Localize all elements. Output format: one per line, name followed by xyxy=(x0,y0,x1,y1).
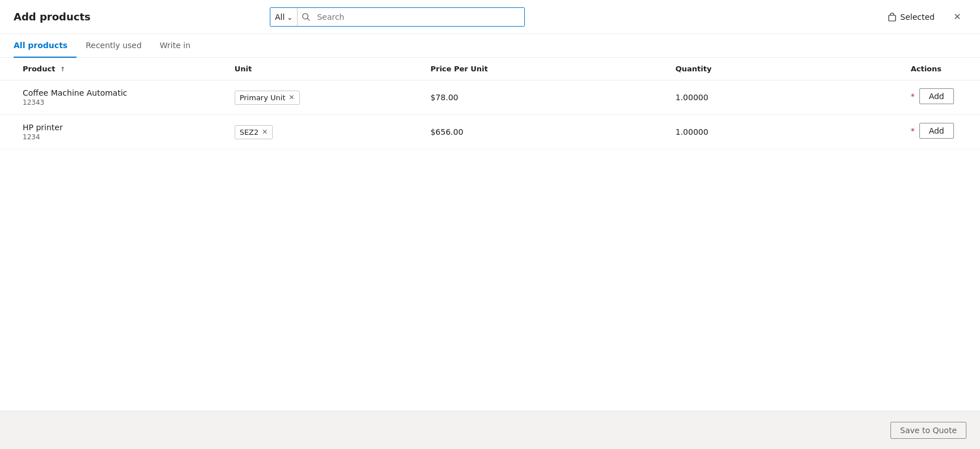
required-star-1: * xyxy=(911,92,915,101)
tabs-bar: All products Recently used Write in xyxy=(0,34,980,58)
col-header-price: Price Per Unit xyxy=(421,58,666,80)
required-star-2: * xyxy=(911,126,915,135)
search-input[interactable] xyxy=(315,8,524,26)
product-name-2: HP printer xyxy=(23,123,217,132)
header-actions: Selected ✕ xyxy=(883,8,966,26)
tab-all-products[interactable]: All products xyxy=(14,34,77,58)
bag-icon xyxy=(888,12,897,22)
search-icon xyxy=(298,13,315,21)
unit-tag-1[interactable]: Primary Unit ✕ xyxy=(235,91,300,105)
add-button-2[interactable]: Add xyxy=(919,123,954,139)
unit-tag-remove-2[interactable]: ✕ xyxy=(262,129,268,135)
col-header-quantity: Quantity xyxy=(667,58,902,80)
product-cell-1: Coffee Machine Automatic 12343 xyxy=(0,80,226,115)
add-button-1[interactable]: Add xyxy=(919,88,954,104)
filter-label: All xyxy=(275,12,285,22)
close-button[interactable]: ✕ xyxy=(948,8,966,26)
table-row: HP printer 1234 SEZ2 ✕ $656.00 1.00000 *… xyxy=(0,115,980,149)
sort-icon[interactable]: ↑ xyxy=(60,66,65,73)
col-header-actions: Actions xyxy=(902,58,980,80)
unit-tag-label-2: SEZ2 xyxy=(240,128,259,136)
unit-tag-label-1: Primary Unit xyxy=(240,93,286,102)
unit-cell-2: SEZ2 ✕ xyxy=(226,115,422,149)
actions-cell-2: * Add xyxy=(902,115,980,147)
actions-cell-1: * Add xyxy=(902,80,980,112)
product-id-1: 12343 xyxy=(23,99,217,106)
selected-label: Selected xyxy=(900,12,935,22)
dialog-footer: Save to Quote xyxy=(0,410,980,449)
svg-line-1 xyxy=(308,18,310,20)
product-name-1: Coffee Machine Automatic xyxy=(23,88,217,97)
save-to-quote-button[interactable]: Save to Quote xyxy=(890,422,966,439)
tab-recently-used[interactable]: Recently used xyxy=(77,34,151,58)
selected-button[interactable]: Selected xyxy=(883,9,939,25)
main-content: Product ↑ Unit Price Per Unit Quantity A… xyxy=(0,58,980,410)
qty-cell-2: 1.00000 xyxy=(667,115,902,149)
col-header-product: Product ↑ xyxy=(0,58,226,80)
table-row: Coffee Machine Automatic 12343 Primary U… xyxy=(0,80,980,115)
tab-write-in[interactable]: Write in xyxy=(151,34,200,58)
search-filter-dropdown[interactable]: All xyxy=(270,8,298,26)
svg-rect-2 xyxy=(889,15,896,21)
price-cell-2: $656.00 xyxy=(421,115,666,149)
dialog-title: Add products xyxy=(14,11,91,23)
product-id-2: 1234 xyxy=(23,133,217,141)
products-table: Product ↑ Unit Price Per Unit Quantity A… xyxy=(0,58,980,149)
search-container: All xyxy=(270,7,525,27)
unit-tag-2[interactable]: SEZ2 ✕ xyxy=(235,125,273,139)
unit-tag-remove-1[interactable]: ✕ xyxy=(289,94,295,101)
product-cell-2: HP printer 1234 xyxy=(0,115,226,149)
close-icon: ✕ xyxy=(953,11,961,22)
dialog-header: Add products All Selected ✕ xyxy=(0,0,980,34)
col-header-unit: Unit xyxy=(226,58,422,80)
unit-cell-1: Primary Unit ✕ xyxy=(226,80,422,115)
qty-cell-1: 1.00000 xyxy=(667,80,902,115)
chevron-down-icon xyxy=(287,12,292,22)
price-cell-1: $78.00 xyxy=(421,80,666,115)
